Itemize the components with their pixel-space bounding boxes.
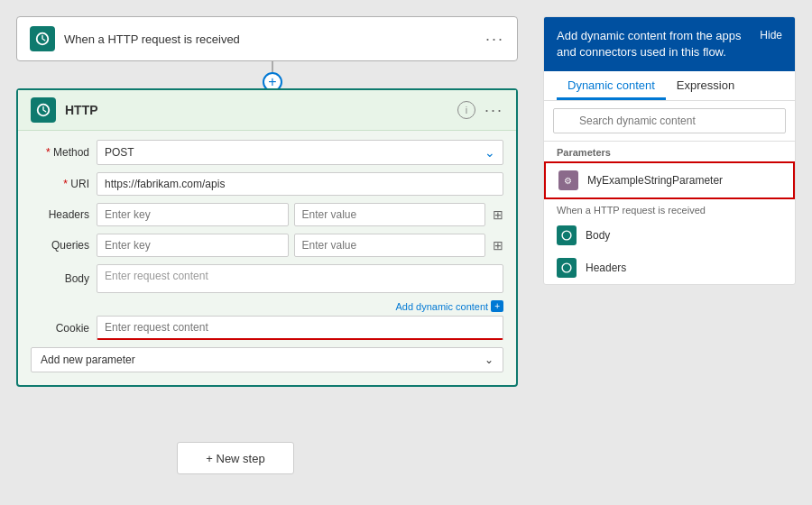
add-param-label: Add new parameter [41,354,135,366]
canvas: When a HTTP request is received ··· + HT… [0,0,812,505]
queries-table-icon[interactable]: ⊞ [493,238,503,252]
parameter-item-label: MyExampleStringParameter [587,174,723,187]
http-trigger-section-label: When a HTTP request is received [544,199,795,219]
add-dynamic-row: Add dynamic content + [31,300,503,312]
http-title: HTTP [65,103,448,117]
search-input[interactable] [553,108,786,133]
panel-headers-icon [557,258,577,278]
svg-text:⚙: ⚙ [564,176,572,186]
new-step-button[interactable]: + New step [177,442,294,474]
body-row: Body Enter request content [31,264,503,293]
body-label: Body [31,272,89,285]
tab-expression[interactable]: Expression [666,71,745,100]
trigger-more-button[interactable]: ··· [485,30,504,49]
headers-key-input[interactable] [97,203,289,226]
panel-header-text: Add dynamic content from the apps and co… [557,28,752,60]
panel-body-label: Body [586,229,610,242]
trigger-title: When a HTTP request is received [64,32,476,46]
parameters-section-label: Parameters [544,142,795,161]
http-header: HTTP i ··· [18,90,516,131]
tab-dynamic-content[interactable]: Dynamic content [557,71,666,100]
queries-key-input[interactable] [97,234,289,257]
panel-headers-item[interactable]: Headers [544,252,795,284]
connector-line-top [272,61,273,72]
body-input[interactable]: Enter request content [97,264,503,293]
http-icon [31,97,56,123]
add-param-chevron-icon: ⌄ [484,354,494,366]
parameter-item-myexample[interactable]: ⚙ MyExampleStringParameter [544,161,795,199]
headers-label: Headers [31,208,89,221]
http-info-button[interactable]: i [457,101,475,119]
dynamic-content-panel: Add dynamic content from the apps and co… [543,16,796,285]
headers-table-icon[interactable]: ⊞ [493,207,503,222]
headers-row: Headers ⊞ [31,203,503,226]
tab-expression-label: Expression [677,78,734,92]
method-row: Method POST ⌄ [31,140,503,165]
search-wrapper: 🔍 [553,108,786,133]
uri-input[interactable] [97,172,503,196]
add-dynamic-button[interactable]: Add dynamic content + [395,300,503,312]
headers-inputs [97,203,485,226]
panel-body-item[interactable]: Body [544,219,795,252]
panel-tabs: Dynamic content Expression [544,71,795,101]
uri-row: URI [31,172,503,196]
headers-value-input[interactable] [294,203,486,226]
method-value: POST [105,146,134,159]
method-chevron-icon: ⌄ [484,145,495,160]
cookie-label: Cookie [31,322,89,335]
svg-point-4 [562,231,571,240]
http-form-body: Method POST ⌄ URI Headers ⊞ [18,131,516,385]
cookie-row: Cookie [31,316,503,340]
queries-value-input[interactable] [294,234,486,257]
panel-body-icon [557,225,577,245]
add-param-row: Add new parameter ⌄ [31,347,503,372]
http-block: HTTP i ··· Method POST ⌄ URI Headers [16,88,518,387]
queries-row: Queries ⊞ [31,234,503,257]
svg-point-5 [562,263,571,272]
method-label: Method [31,146,89,159]
trigger-icon [30,26,55,51]
queries-label: Queries [31,239,89,252]
cookie-input[interactable] [97,316,503,340]
http-more-button[interactable]: ··· [484,101,503,120]
dynamic-badge: + [491,300,503,312]
panel-search-area: 🔍 [544,101,795,142]
uri-label: URI [31,178,89,190]
panel-header: Add dynamic content from the apps and co… [544,17,795,71]
tab-dynamic-content-label: Dynamic content [567,78,655,92]
queries-inputs [97,234,485,257]
parameter-item-icon: ⚙ [558,170,578,190]
add-param-select[interactable]: Add new parameter ⌄ [31,347,503,372]
trigger-block: When a HTTP request is received ··· [16,16,518,61]
panel-hide-button[interactable]: Hide [760,28,782,41]
method-select[interactable]: POST ⌄ [97,140,503,165]
add-dynamic-label: Add dynamic content [395,301,488,312]
panel-headers-label: Headers [586,262,626,274]
